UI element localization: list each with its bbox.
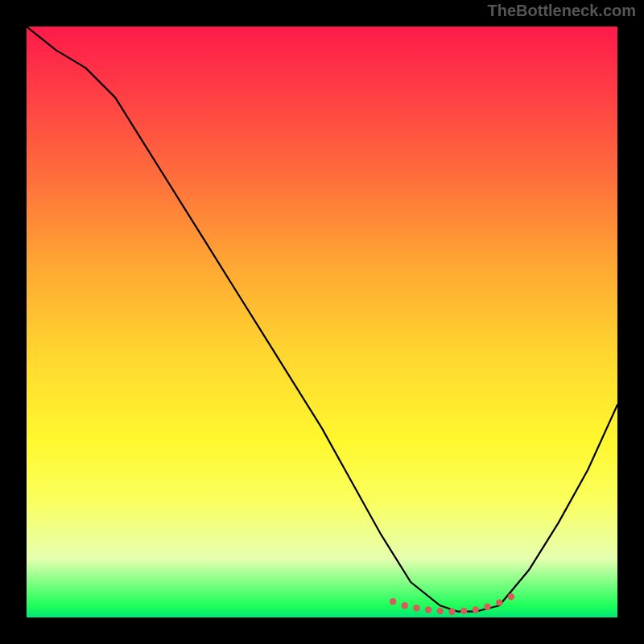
valley-marker <box>390 598 396 605</box>
valley-marker <box>496 599 502 605</box>
valley-marker <box>437 608 444 614</box>
valley-markers-group <box>390 593 514 615</box>
valley-marker <box>448 609 455 615</box>
valley-marker <box>413 605 419 611</box>
valley-marker <box>460 608 467 614</box>
bottleneck-curve-path <box>27 27 617 612</box>
watermark-text: TheBottleneck.com <box>488 2 636 20</box>
chart-svg <box>27 27 617 617</box>
valley-marker <box>484 604 490 610</box>
valley-marker <box>473 606 479 613</box>
valley-marker <box>402 602 408 609</box>
valley-marker <box>508 593 514 600</box>
chart-plot-area <box>27 27 617 617</box>
valley-marker <box>425 606 431 613</box>
